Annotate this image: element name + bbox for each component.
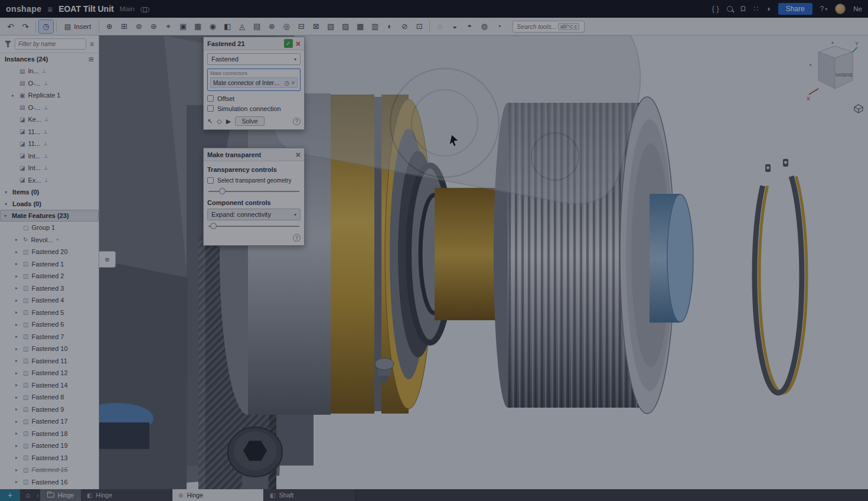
solve-button[interactable]: Solve: [235, 116, 265, 126]
search-tools-box[interactable]: alt/⌥ c: [513, 21, 585, 32]
geometry-icon[interactable]: ◇: [217, 118, 221, 125]
branch-name[interactable]: Main: [120, 5, 135, 12]
chevron-right-icon[interactable]: ▸: [15, 406, 20, 412]
help-menu[interactable]: ? ▾: [820, 5, 828, 13]
history-clock-icon[interactable]: ◷: [284, 80, 289, 86]
chevron-right-icon[interactable]: ▸: [15, 382, 20, 388]
instances-header[interactable]: Instances (24) ⊞: [0, 53, 99, 65]
mate-feature-row[interactable]: ▸ ◫ Fastened 11: [0, 355, 99, 367]
close-icon[interactable]: ×: [296, 40, 301, 48]
mirror-icon[interactable]: ◧: [220, 20, 234, 33]
chevron-right-icon[interactable]: ▸: [15, 274, 20, 279]
accept-button[interactable]: ✓: [284, 39, 293, 48]
perspective-icon[interactable]: ◔: [492, 20, 506, 33]
mate-feature-row[interactable]: ▸ ◫ Fastened 2: [0, 270, 99, 282]
mate-feature-row[interactable]: ▸ ◫ Fastened 18: [0, 428, 99, 440]
document-tab[interactable]: ⊚ Hinge: [172, 489, 264, 501]
app-store-icon[interactable]: ∷: [753, 5, 758, 13]
component-slider[interactable]: [208, 222, 299, 230]
animate-play-icon[interactable]: ▶: [226, 118, 231, 125]
snap-mode-icon[interactable]: ⊛: [146, 20, 161, 33]
mate-feature-row[interactable]: ▸ ◫ Fastened 3: [0, 282, 99, 295]
share-button[interactable]: Share: [778, 3, 812, 15]
mate-feature-row[interactable]: ▸ ◫ Fastened 1: [0, 258, 99, 271]
chevron-right-icon[interactable]: ▸: [15, 249, 20, 255]
mate-feature-row[interactable]: ▸ ◫ Fastened 17: [0, 415, 99, 428]
configurations-icon[interactable]: ▨: [338, 20, 353, 33]
instance-row[interactable]: ◪ Int... ⊥: [0, 162, 99, 174]
chevron-right-icon[interactable]: ▸: [15, 261, 20, 266]
view-cube[interactable]: ▴ ◂ Bottom X Y: [804, 39, 861, 105]
mate-feature-row[interactable]: ▸ ◫ Fastened 7: [0, 331, 99, 343]
chevron-right-icon[interactable]: ▸: [15, 358, 20, 363]
loads-header[interactable]: ▾ Loads (0): [0, 198, 99, 210]
chevron-right-icon[interactable]: ▸: [15, 443, 20, 448]
offset-checkbox-row[interactable]: Offset: [207, 93, 301, 103]
mate-connector-icon[interactable]: ⌖: [161, 20, 175, 33]
instance-row[interactable]: ◪ 11... ⊥: [0, 138, 99, 150]
appearance-icon[interactable]: ◐: [383, 20, 397, 33]
instance-row[interactable]: ◪ Ke... ⊥: [0, 113, 99, 126]
chevron-right-icon[interactable]: ▸: [15, 334, 20, 339]
mass-properties-icon[interactable]: ⊠: [309, 20, 323, 33]
simulation-checkbox-row[interactable]: Simulation connection: [207, 103, 301, 113]
filter-funnel-icon[interactable]: [5, 41, 11, 47]
instance-row[interactable]: ▤ In... ⊥: [0, 65, 99, 77]
items-header[interactable]: ▾ Items (0): [0, 186, 99, 198]
add-tab-button[interactable]: +: [0, 489, 20, 501]
mate-feature-row[interactable]: ▸ ◫ Fastened 13: [0, 452, 99, 464]
named-positions-icon[interactable]: ▧: [324, 20, 338, 33]
theme-icon[interactable]: ◑: [766, 5, 771, 13]
replicate-icon[interactable]: ▣: [176, 20, 190, 33]
rollback-bar-icon[interactable]: ◷: [39, 20, 53, 33]
expand-dropdown[interactable]: Expand: connectivity ▾: [207, 209, 301, 220]
chevron-right-icon[interactable]: ▸: [15, 431, 20, 436]
chevron-right-icon[interactable]: ▸: [15, 467, 20, 473]
instance-row[interactable]: ◪ 11... ⊥: [0, 126, 99, 138]
remove-icon[interactable]: ×: [291, 80, 295, 86]
select-geometry-checkbox-row[interactable]: Select transparent geometry: [207, 175, 301, 186]
chevron-right-icon[interactable]: ▸: [15, 322, 20, 327]
mate-icon[interactable]: ⊕: [102, 20, 116, 33]
center-of-mass-icon[interactable]: ◎: [279, 20, 293, 33]
filter-input[interactable]: [15, 38, 86, 50]
mate-feature-row[interactable]: ▸ ◫ Fastened 14: [0, 379, 99, 392]
user-avatar[interactable]: [835, 4, 846, 14]
section-view-icon[interactable]: ◒: [448, 20, 462, 33]
isometric-view-icon[interactable]: [854, 104, 863, 116]
mate-feature-row[interactable]: ▸ ◫ Fastened 4: [0, 294, 99, 307]
cube-face-label[interactable]: Bottom: [836, 72, 853, 78]
mate-feature-row[interactable]: ▢ Group 1: [0, 222, 99, 234]
document-tab[interactable]: ◧ Hinge: [81, 489, 172, 501]
mate-connector-item[interactable]: Mate connector of Internal... ◷ ×: [210, 77, 298, 88]
bom-icon[interactable]: ▤: [250, 20, 264, 33]
folder-breadcrumb[interactable]: Hinge: [40, 489, 81, 501]
simulation-checkbox[interactable]: [207, 105, 214, 112]
instance-row[interactable]: ▸ ▣ Replicate 1: [0, 89, 99, 102]
instance-row[interactable]: ▤ O-... ⊥: [0, 102, 99, 114]
rotate-up-arrow[interactable]: ▴: [831, 40, 834, 45]
explode-icon[interactable]: ◬: [235, 20, 249, 33]
circular-pattern-icon[interactable]: ◉: [205, 20, 220, 33]
isolate-icon[interactable]: ◌: [433, 20, 447, 33]
chevron-right-icon[interactable]: ▸: [15, 285, 20, 291]
versions-link-icon[interactable]: [141, 7, 149, 11]
interference-icon[interactable]: ⊗: [265, 20, 279, 33]
undo-icon[interactable]: ↶: [4, 20, 18, 33]
mate-features-header[interactable]: ▾ Mate Features (23): [0, 210, 99, 222]
mate-type-dropdown[interactable]: Fastened ▾: [207, 53, 301, 65]
named-views-icon[interactable]: ◓: [462, 20, 477, 33]
dialog-header[interactable]: Make transparent ×: [204, 148, 304, 161]
linear-pattern-icon[interactable]: ▦: [191, 20, 205, 33]
chevron-right-icon[interactable]: ▸: [12, 93, 17, 98]
instance-row[interactable]: ◪ Ex... ⊥: [0, 174, 99, 187]
instance-row[interactable]: ▤ O-... ⊥: [0, 77, 99, 90]
panel-collapse-handle[interactable]: ≡: [99, 251, 116, 268]
group-icon[interactable]: ⊞: [117, 20, 131, 33]
chevron-right-icon[interactable]: ▸: [15, 419, 20, 424]
frame-icon[interactable]: ⊡: [412, 20, 426, 33]
mate-feature-row[interactable]: ▸ ◫ Fastened 20: [0, 246, 99, 258]
mate-feature-row[interactable]: ▸ ◫ Fastened 19: [0, 440, 99, 452]
offset-checkbox[interactable]: [207, 95, 214, 102]
mate-feature-row[interactable]: ▸ ◫ Fastened 16: [0, 476, 99, 489]
